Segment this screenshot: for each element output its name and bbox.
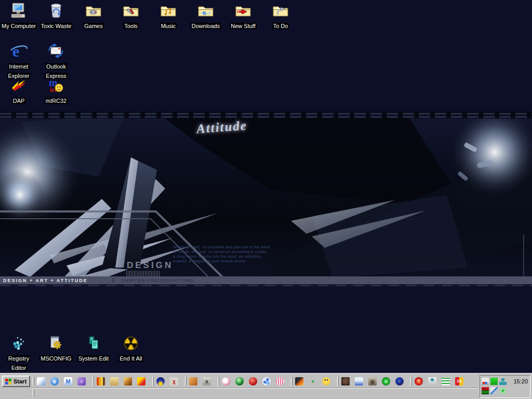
downloads[interactable]: e Downloads <box>187 2 224 30</box>
filmstrip-top <box>0 112 532 118</box>
goat-skull-icon[interactable]: ψ <box>368 377 377 385</box>
red-swirl-ball-icon[interactable] <box>249 377 257 385</box>
green-plus-icon[interactable]: + <box>309 377 317 385</box>
toolbar-grip[interactable] <box>152 377 154 386</box>
icon-label: My Computer <box>1 23 37 29</box>
music[interactable]: Music <box>150 2 187 30</box>
system-edit[interactable]: System Edit <box>75 335 112 363</box>
to-do[interactable]: To Do <box>262 2 299 30</box>
blue-molecule-icon[interactable] <box>262 377 271 385</box>
icon-label: End It All <box>118 355 143 362</box>
show-desktop-icon[interactable] <box>37 377 45 385</box>
dap-icon <box>0 77 37 95</box>
toolbar-grip[interactable] <box>218 377 219 386</box>
icon-label: DAP <box>12 98 26 104</box>
recyclebin-icon <box>37 2 75 20</box>
crayon-cup-icon[interactable] <box>97 377 105 385</box>
icon-label: Tools <box>123 23 139 29</box>
paint-tool-icon[interactable] <box>189 377 197 385</box>
ie-icon: e <box>0 43 37 60</box>
outlook-express-icon[interactable]: M <box>64 377 72 385</box>
pinwheel-ball-icon[interactable] <box>222 377 230 385</box>
display-settings-icon[interactable] <box>482 378 489 385</box>
icon-label: New Stuff <box>230 23 257 29</box>
network-computers-icon[interactable] <box>490 387 498 394</box>
computer-icon <box>0 2 37 20</box>
start-label: Start <box>14 378 26 384</box>
icq-flower-icon[interactable] <box>499 387 507 394</box>
shield-person-icon[interactable] <box>355 377 363 385</box>
internet-explorer-icon[interactable]: e <box>50 377 59 385</box>
registry-icon <box>0 335 37 352</box>
icon-label: MSCONFIG <box>39 355 72 362</box>
icon-label: mIRC32 <box>45 98 68 104</box>
folder-newstuff-icon <box>224 2 262 20</box>
icon-label: To Do <box>272 23 289 29</box>
wallpaper-footer-strip: DESIGN + ART + ATTITUDE SHINTEN.PSEUDOAR… <box>0 276 532 284</box>
end-it-all[interactable]: End It All <box>112 335 150 363</box>
red-figure-icon[interactable]: χ <box>170 377 178 385</box>
registry-editor[interactable]: Registry Editor <box>0 335 37 372</box>
start-button[interactable]: Start <box>2 376 30 387</box>
icon-label: Music <box>160 23 177 29</box>
navy-ball-icon[interactable]: · <box>395 377 404 385</box>
folder-todo-icon <box>262 2 299 20</box>
outlook-express[interactable]: Outlook Express <box>37 43 75 80</box>
zonealarm-meter-icon[interactable] <box>482 387 489 394</box>
user-online-icon[interactable] <box>499 378 507 385</box>
toolbar-grip[interactable] <box>291 377 292 386</box>
dark-face-icon[interactable] <box>341 377 350 385</box>
new-stuff[interactable]: New Stuff <box>224 2 262 30</box>
toolbar-grip[interactable] <box>33 377 34 386</box>
dap-lightning-icon[interactable] <box>137 377 145 385</box>
desktop: { "desktop": { "background_color": "#0d0… <box>0 0 532 399</box>
msconfig[interactable]: MSCONFIG <box>37 335 75 363</box>
toolbar-grip[interactable] <box>33 389 34 397</box>
footer-divider <box>113 278 114 283</box>
taskbar-window-area <box>31 388 477 398</box>
toolbar-grip[interactable] <box>337 377 339 386</box>
red-starburst-icon[interactable]: * <box>415 377 423 385</box>
zonealarm-icon[interactable]: ZA <box>455 377 463 385</box>
quick-launch-bar: eM≡χx+ψ+·*ZA <box>31 376 469 387</box>
icon-label: System Edit <box>77 355 110 362</box>
folder-wallet-icon[interactable] <box>110 377 118 385</box>
toolbar-grip[interactable] <box>92 377 94 386</box>
green-list-icon[interactable] <box>442 377 450 385</box>
mesh-ball-icon[interactable] <box>235 377 244 385</box>
folder-tools-icon <box>112 2 150 20</box>
folder-games-icon <box>75 2 112 20</box>
my-computer[interactable]: My Computer <box>0 2 37 30</box>
filmstrip-bottom <box>0 284 532 287</box>
pink-cd-icon[interactable] <box>276 377 284 385</box>
sysedit-icon <box>75 335 112 352</box>
winamp-teeth-icon[interactable] <box>295 377 303 385</box>
toolbar-grip[interactable] <box>410 377 412 386</box>
tools[interactable]: Tools <box>112 2 150 30</box>
svg-text:e: e <box>12 43 19 60</box>
windows-logo-icon <box>5 378 12 385</box>
internet-explorer[interactable]: e Internet Explorer <box>0 43 37 80</box>
dap[interactable]: DAP <box>0 77 37 105</box>
msconfig-icon <box>37 335 75 352</box>
clipboard-x-icon[interactable]: x <box>203 377 211 385</box>
opera-ball-icon[interactable] <box>156 377 165 385</box>
toxic-waste[interactable]: Toxic Waste <box>37 2 75 30</box>
bug-crosshair-icon[interactable]: + <box>382 377 390 385</box>
icon-label: Toxic Waste <box>40 23 73 29</box>
netmeeting-person-icon[interactable] <box>428 377 436 385</box>
icon-label: Registry Editor <box>7 355 30 371</box>
wallpaper-design-word: DESIGN <box>127 260 173 271</box>
toolbar-grip[interactable] <box>185 377 187 386</box>
svg-text:e: e <box>203 9 206 17</box>
barcode-graphic <box>126 271 161 276</box>
folder-music-icon <box>150 2 187 20</box>
wallpaper-footer-right: SHINTEN.PSEUDOART.ORG <box>121 278 195 283</box>
mirc32[interactable]: m irc mIRC32 <box>37 77 75 105</box>
address-book-icon[interactable]: ≡ <box>77 377 86 385</box>
winamp-flame-icon[interactable] <box>124 377 132 385</box>
tray-clock[interactable]: 15:20 <box>508 378 528 384</box>
games[interactable]: Games <box>75 2 112 30</box>
volume-green-icon[interactable] <box>490 378 498 385</box>
smiley-hand-icon[interactable] <box>322 377 330 385</box>
